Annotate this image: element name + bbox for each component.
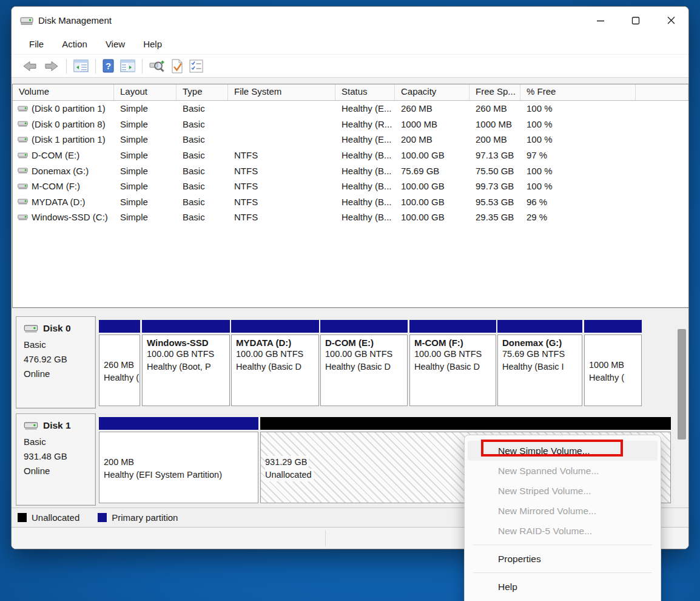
disk1-size: 931.48 GB — [24, 449, 95, 464]
partition-size: 100.00 GB NTFS — [147, 348, 229, 361]
disk-drive-icon — [18, 167, 28, 174]
volume-table-row[interactable]: M-COM (F:)SimpleBasicNTFSHealthy (B...10… — [13, 178, 688, 194]
primary-partition-strip — [320, 320, 408, 333]
close-button[interactable] — [653, 7, 688, 34]
column-header-file-system[interactable]: File System — [228, 84, 335, 100]
layout-cell: Simple — [114, 212, 177, 222]
status-cell: Healthy (E... — [335, 103, 395, 114]
pct-cell: 100 % — [520, 103, 636, 114]
capacity-cell: 100.00 GB — [395, 150, 469, 160]
checklist-icon — [189, 59, 203, 73]
volume-list-header: Volume Layout Type File System Status Ca… — [13, 84, 688, 101]
volume-table-row[interactable]: (Disk 1 partition 1)SimpleBasicHealthy (… — [13, 132, 688, 148]
disk-drive-icon — [24, 324, 38, 333]
refresh-disk-button[interactable] — [146, 58, 168, 74]
pct-cell: 100 % — [520, 181, 636, 191]
disk0-block: Disk 0 Basic 476.92 GB Online 260 MBHeal… — [12, 316, 689, 409]
volume-name: M-COM (F:) — [32, 181, 80, 191]
help-button[interactable]: ? — [99, 58, 117, 74]
status-bar-divider — [325, 530, 326, 546]
column-header-type[interactable]: Type — [177, 84, 228, 100]
vertical-scrollbar-thumb[interactable] — [678, 329, 686, 440]
volume-table-row[interactable]: Windows-SSD (C:)SimpleBasicNTFSHealthy (… — [13, 209, 688, 225]
column-header-status[interactable]: Status — [335, 84, 395, 100]
disk0-kind: Basic — [24, 338, 95, 352]
disk-drive-icon — [18, 183, 28, 190]
disk0-name: Disk 0 — [43, 323, 71, 334]
free-cell: 99.73 GB — [469, 181, 520, 191]
column-header-stub — [636, 84, 688, 100]
menu-action[interactable]: Action — [54, 36, 95, 52]
primary-partition-strip — [584, 320, 642, 333]
forward-button[interactable] — [41, 58, 62, 74]
action-pane-icon — [120, 59, 135, 72]
minimize-button[interactable] — [583, 7, 618, 34]
menu-separator — [473, 545, 652, 545]
menu-item-new-raid5-volume: New RAID-5 Volume... — [468, 521, 658, 541]
close-icon — [667, 16, 676, 25]
fs-cell: NTFS — [228, 166, 335, 176]
status-cell: Healthy (E... — [335, 134, 395, 144]
menu-item-help[interactable]: Help — [468, 577, 658, 597]
volume-table-row[interactable]: (Disk 0 partition 8)SimpleBasicHealthy (… — [13, 117, 688, 132]
unallocated-label: Unallocated — [265, 469, 314, 481]
column-header-volume[interactable]: Volume — [13, 84, 114, 100]
type-cell: Basic — [177, 103, 228, 114]
checklist-button[interactable] — [186, 58, 206, 74]
show-console-tree-button[interactable] — [70, 58, 92, 73]
layout-cell: Simple — [114, 119, 177, 129]
menu-view[interactable]: View — [98, 36, 133, 52]
disk-drive-icon — [18, 214, 28, 221]
disk-drive-icon — [18, 120, 28, 127]
disk0-partition-1000mb[interactable]: 1000 MBHealthy ( — [584, 316, 642, 409]
menu-item-properties[interactable]: Properties — [468, 549, 658, 569]
disk0-partition-donemax[interactable]: Donemax (G:)75.69 GB NTFSHealthy (Basic … — [497, 316, 582, 409]
check-document-icon — [171, 59, 183, 73]
partition-size: 75.69 GB NTFS — [502, 348, 582, 361]
column-header-pct-free[interactable]: % Free — [520, 84, 636, 100]
disk0-partition-mydata[interactable]: MYDATA (D:)100.00 GB NTFSHealthy (Basic … — [231, 316, 319, 409]
menu-help[interactable]: Help — [135, 36, 170, 52]
volume-table-row[interactable]: D-COM (E:)SimpleBasicNTFSHealthy (B...10… — [13, 148, 688, 163]
volume-name: (Disk 1 partition 1) — [32, 134, 106, 144]
minimize-icon — [596, 16, 605, 25]
partition-name: M-COM (F:) — [414, 338, 496, 348]
disk0-partition-mcom[interactable]: M-COM (F:)100.00 GB NTFSHealthy (Basic D — [409, 316, 496, 409]
layout-cell: Simple — [114, 197, 177, 207]
disk1-partition-efi[interactable]: 200 MBHealthy (EFI System Partition) — [99, 413, 258, 506]
status-cell: Healthy (B... — [335, 150, 395, 160]
disk0-partition-windows-ssd[interactable]: Windows-SSD100.00 GB NTFSHealthy (Boot, … — [142, 316, 230, 409]
back-button[interactable] — [19, 58, 41, 74]
volume-table-row[interactable]: Donemax (G:)SimpleBasicNTFSHealthy (B...… — [13, 163, 688, 178]
show-action-pane-button[interactable] — [117, 58, 138, 73]
disk1-kind: Basic — [24, 435, 95, 449]
partition-name: D-COM (E:) — [325, 338, 407, 348]
disk1-name: Disk 1 — [43, 420, 71, 431]
toolbar-separator — [95, 59, 96, 73]
column-header-layout[interactable]: Layout — [114, 84, 177, 100]
disk0-partition-260mb[interactable]: 260 MBHealthy ( — [99, 316, 140, 409]
column-header-capacity[interactable]: Capacity — [395, 84, 469, 100]
volume-name: MYDATA (D:) — [32, 197, 86, 207]
disk0-partition-dcom[interactable]: D-COM (E:)100.00 GB NTFSHealthy (Basic D — [320, 316, 408, 409]
disk-drive-icon — [20, 15, 33, 26]
menu-file[interactable]: File — [21, 36, 52, 52]
primary-partition-strip — [231, 320, 319, 333]
column-header-free-space[interactable]: Free Sp... — [469, 84, 520, 100]
check-document-button[interactable] — [168, 58, 186, 75]
free-cell: 1000 MB — [469, 119, 520, 129]
menu-separator — [473, 572, 652, 573]
status-cell: Healthy (B... — [335, 212, 395, 222]
capacity-cell: 100.00 GB — [395, 181, 469, 191]
maximize-button[interactable] — [618, 7, 653, 34]
menu-item-new-spanned-volume: New Spanned Volume... — [468, 461, 658, 481]
svg-text:?: ? — [106, 61, 111, 71]
pct-cell: 100 % — [520, 134, 636, 144]
disk-drive-icon — [18, 105, 28, 112]
type-cell: Basic — [177, 150, 228, 160]
disk1-label-panel[interactable]: Disk 1 Basic 931.48 GB Online — [16, 413, 96, 506]
volume-table-row[interactable]: MYDATA (D:)SimpleBasicNTFSHealthy (B...1… — [13, 194, 688, 210]
partition-name: Donemax (G:) — [502, 338, 582, 348]
disk0-label-panel[interactable]: Disk 0 Basic 476.92 GB Online — [16, 316, 96, 409]
volume-table-row[interactable]: (Disk 0 partition 1)SimpleBasicHealthy (… — [13, 101, 688, 117]
